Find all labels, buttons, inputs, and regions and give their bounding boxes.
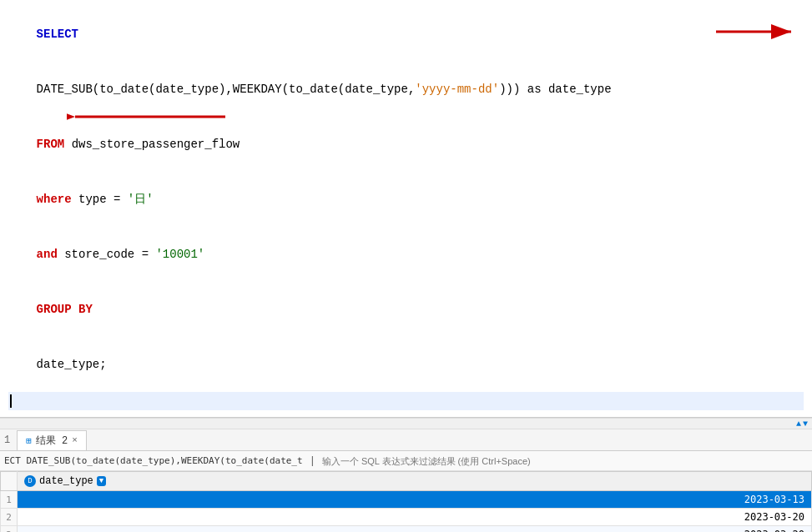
cell-date-type: 2023-03-20 [18,526,812,533]
cell-date-type: 2023-03-20 [18,509,812,526]
scroll-down-arrow[interactable]: ▼ [803,419,808,429]
column-name: date_type [39,475,93,487]
horizontal-scrollbar[interactable]: ▲ ▼ [0,418,812,429]
table-icon: ⊞ [26,435,32,446]
scroll-arrows[interactable]: ▲ ▼ [796,419,808,429]
table-header-row: D date_type ▼ [1,472,812,491]
table-row[interactable]: 1 2023-03-13 [1,491,812,509]
tab-close-button[interactable]: × [72,435,78,445]
text-cursor [10,394,12,408]
table-row[interactable]: 3 2023-03-20 [1,526,812,533]
filter-input[interactable] [322,456,808,466]
code-line-4: where type = '日' [8,172,804,227]
filter-separator: | [310,455,315,467]
code-line-1: SELECT [8,7,804,62]
row-number: 2 [1,509,18,526]
keyword-select: SELECT [37,28,78,41]
tab-label: 结果 2 [36,434,68,448]
tab-number: 1 [4,434,10,446]
row-number: 3 [1,526,18,533]
table-row[interactable]: 2 2023-03-20 [1,509,812,526]
tab-results-2[interactable]: ⊞ 结果 2 × [17,430,87,450]
cursor-line[interactable] [8,392,804,410]
cell-date-type: 2023-03-13 [18,491,812,509]
code-line-3: FROM dws_store_passenger_flow [8,117,804,172]
sql-preview-text: ECT DATE_SUB(to_date(date_type),WEEKDAY(… [4,455,303,466]
code-line-5: and store_code = '10001' [8,227,804,282]
data-table: D date_type ▼ 1 2023-03-13 2 2023-03-20 … [0,471,812,532]
column-header-date-type[interactable]: D date_type ▼ [18,472,812,491]
results-table[interactable]: D date_type ▼ 1 2023-03-13 2 2023-03-20 … [0,471,812,532]
column-type-icon: D [24,475,36,487]
filter-bar: ECT DATE_SUB(to_date(date_type),WEEKDAY(… [0,451,812,471]
row-num-header [1,472,18,491]
column-sort-button[interactable]: ▼ [97,476,106,486]
tab-bar: 1 ⊞ 结果 2 × [0,429,812,451]
scroll-up-arrow[interactable]: ▲ [796,419,801,429]
row-number: 1 [1,491,18,509]
code-line-2: DATE_SUB(to_date(date_type),WEEKDAY(to_d… [8,62,804,117]
code-line-6: GROUP BY [8,282,804,337]
code-editor[interactable]: SELECT DATE_SUB(to_date(date_type),WEEKD… [0,0,812,418]
code-line-7: date_type; [8,337,804,392]
